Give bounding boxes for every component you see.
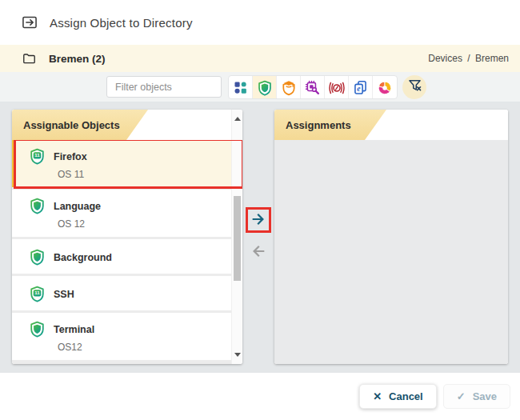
save-button[interactable]: ✓ Save [443,384,510,409]
assignments-panel-tab: Assignments [274,110,386,140]
folder-icon [22,51,37,66]
breadcrumb-item-devices[interactable]: Devices [428,53,462,64]
dialog-title: Assign Object to Directory [50,16,193,30]
close-x-icon: ✕ [373,390,382,402]
assignments-panel-header: Assignments [274,110,508,140]
cancel-button[interactable]: ✕ Cancel [359,384,437,409]
item-title: Language [54,201,101,212]
assignments-empty-area [274,140,508,364]
cancel-button-label: Cancel [389,390,423,402]
directory-bar: Bremen (2) Devices / Bremen [0,45,520,72]
assign-object-icon [21,14,38,31]
list-item-firefox[interactable]: 11FirefoxOS 11 [12,140,242,187]
item-title: Firefox [54,151,87,162]
scrollbar-thumb[interactable] [234,196,241,281]
assignable-panel-header: Assignable Objects [12,110,242,140]
list-item-language[interactable]: LanguageOS 12 [12,190,242,237]
grid-objects-icon[interactable] [229,76,253,99]
shield-icon [28,197,46,215]
breadcrumb: Devices / Bremen [428,53,509,64]
arrow-right-icon [250,210,267,230]
save-button-label: Save [473,390,497,402]
breadcrumb-item-bremen[interactable]: Bremen [475,53,509,64]
assignments-panel: Assignments [274,110,508,364]
item-subtitle: OS 12 [58,218,228,231]
item-subtitle: OS12 [58,342,228,354]
shield-cap-orange-icon[interactable] [277,76,301,99]
item-title: SSH [54,289,74,300]
shield-icon [28,320,46,338]
item-title: Terminal [54,324,94,335]
chip-wrench-icon[interactable] [301,76,325,99]
list-item-ssh[interactable]: 11SSH [12,276,242,310]
filter-objects-input[interactable] [106,76,222,98]
svg-text:11: 11 [34,152,40,158]
checkmark-icon: ✓ [457,390,466,402]
filter-clear-button[interactable] [402,75,426,99]
item-title: Background [54,252,112,263]
svg-text:e: e [357,84,361,93]
scroll-up-button[interactable] [232,113,242,125]
unassign-left-arrow-button[interactable] [246,239,271,265]
assign-right-arrow-button[interactable] [246,207,271,233]
item-subtitle: OS 11 [58,169,228,182]
triangle-down-icon [234,353,241,357]
assignable-list: 11FirefoxOS 11LanguageOS 12Background11S… [12,140,242,364]
main-area: Assignable Objects 11FirefoxOS 11Languag… [0,102,520,373]
directory-label: Bremen (2) [49,53,106,65]
dialog-header: Assign Object to Directory [0,0,520,45]
toolbar: e [0,72,520,102]
triangle-up-icon [234,117,241,121]
filter-clear-icon [406,77,423,97]
arrow-left-icon [250,242,267,262]
assignable-list-scrollbar[interactable] [231,110,242,364]
scroll-down-button[interactable] [232,349,242,361]
shield-badge-icon: 11 [28,147,46,166]
footer: ✕ Cancel ✓ Save [0,373,520,420]
svg-text:11: 11 [34,290,40,295]
list-item-background[interactable]: Background [12,239,242,274]
assignable-objects-panel: Assignable Objects 11FirefoxOS 11Languag… [12,110,242,364]
transfer-column [242,110,274,364]
shield-badge-icon: 11 [28,285,46,303]
object-type-filter-group: e [228,75,398,99]
breadcrumb-separator: / [467,53,470,64]
pie-chart-icon[interactable] [373,76,397,99]
list-item-terminal[interactable]: TerminalOS12 [12,313,242,360]
assignable-panel-tab: Assignable Objects [12,110,148,140]
pages-blue-icon[interactable]: e [349,76,373,99]
shield-green-icon[interactable] [253,76,277,99]
rings-red-icon[interactable] [325,76,349,99]
shield-icon [28,248,46,266]
